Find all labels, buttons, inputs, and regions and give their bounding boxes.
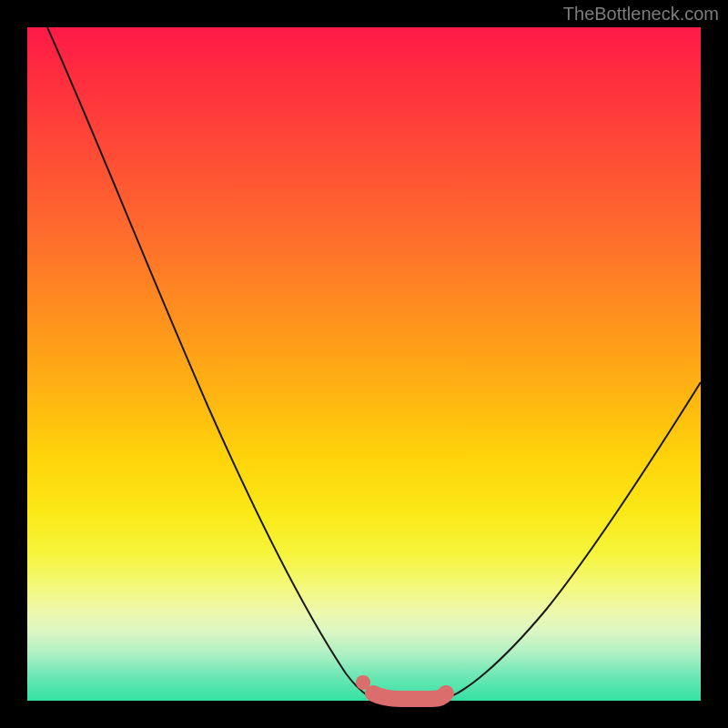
left-curve: [47, 27, 375, 699]
plot-area: [27, 27, 701, 701]
watermark-text: TheBottleneck.com: [563, 4, 719, 25]
chart-frame: TheBottleneck.com: [0, 0, 728, 728]
valley-start-dot: [356, 675, 370, 690]
curve-layer: [27, 27, 701, 701]
valley-flat: [373, 693, 446, 699]
right-curve: [444, 382, 701, 699]
